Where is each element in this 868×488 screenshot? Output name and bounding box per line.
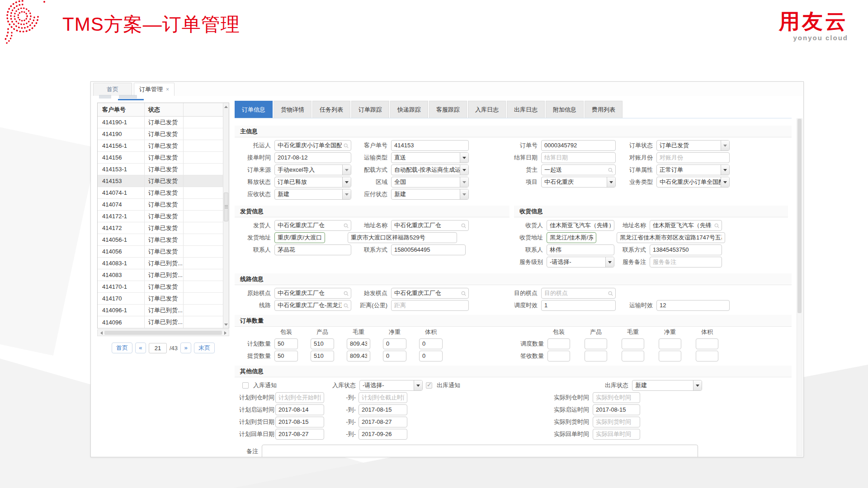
- list-vertical-scrollbar[interactable]: [223, 103, 229, 328]
- detail-tab-outbound-log[interactable]: 出库日志: [507, 101, 545, 118]
- recv-contact-way-field[interactable]: [650, 244, 722, 255]
- transport-type-select[interactable]: 直送: [391, 152, 469, 163]
- service-note-field[interactable]: [650, 257, 722, 267]
- sign-qty-product-field[interactable]: [585, 351, 607, 361]
- origin-node-field[interactable]: [274, 288, 351, 299]
- detail-tab-express-track[interactable]: 快递跟踪: [390, 101, 428, 118]
- list-item[interactable]: 414170订单已发货: [98, 293, 229, 305]
- tab-close-icon[interactable]: ×: [166, 86, 169, 93]
- list-item[interactable]: 414190订单已发货: [98, 128, 229, 140]
- plan-arrive-to-field[interactable]: [359, 417, 407, 427]
- list-item[interactable]: 414074-1订单已发货: [98, 187, 229, 199]
- detail-scrollbar-thumb[interactable]: [797, 119, 802, 313]
- list-item[interactable]: 414172订单已发货: [98, 222, 229, 234]
- shipper-field[interactable]: [274, 220, 351, 231]
- detail-tab-extra-info[interactable]: 附加信息: [546, 101, 584, 118]
- list-item[interactable]: 414156-1订单已发货: [98, 140, 229, 152]
- outbound-notice-checkbox[interactable]: [426, 382, 432, 389]
- list-item[interactable]: 414156订单已发货: [98, 152, 229, 164]
- owner-field[interactable]: [541, 164, 616, 175]
- pagination-first-button[interactable]: 首页: [112, 343, 132, 353]
- scroll-left-icon[interactable]: [98, 330, 104, 336]
- plan-arrive-wh-from-field[interactable]: [275, 392, 324, 403]
- pickup-qty-gross-field[interactable]: [347, 351, 370, 361]
- horizontal-scrollbar-thumb[interactable]: [104, 331, 222, 335]
- plan-qty-volume-field[interactable]: [419, 338, 443, 349]
- dispatch-qty-net-field[interactable]: [659, 338, 681, 349]
- plan-arrive-from-field[interactable]: [275, 417, 324, 427]
- receivable-status-select[interactable]: 新建: [274, 189, 351, 200]
- payable-status-select[interactable]: 新建: [391, 189, 469, 200]
- ship-contact-way-field[interactable]: [391, 244, 466, 255]
- customer-no-field[interactable]: [391, 140, 469, 151]
- list-item[interactable]: 414170-1订单已发货: [98, 281, 229, 293]
- column-header-status[interactable]: 状态: [145, 103, 184, 116]
- detail-tab-order-info[interactable]: 订单信息: [235, 101, 273, 118]
- column-header-customer-no[interactable]: 客户单号: [98, 103, 145, 116]
- receiver-field[interactable]: [547, 220, 614, 231]
- detail-tab-fee-list[interactable]: 费用列表: [585, 101, 623, 118]
- outbound-status-select[interactable]: 新建: [632, 380, 702, 391]
- recv-addr-detail-field[interactable]: [617, 232, 725, 243]
- plan-receipt-to-field[interactable]: [359, 429, 407, 440]
- list-item[interactable]: 414074订单已发货: [98, 199, 229, 211]
- business-type-select[interactable]: 中石化重庆小订单全国配送: [656, 177, 730, 188]
- ship-addr-detail-field[interactable]: [348, 232, 457, 243]
- dispatch-qty-volume-field[interactable]: [696, 338, 718, 349]
- sign-qty-gross-field[interactable]: [622, 351, 644, 361]
- plan-depart-to-field[interactable]: [359, 404, 407, 415]
- recv-addr-name-field[interactable]: [650, 220, 722, 231]
- pickup-qty-net-field[interactable]: [383, 351, 406, 361]
- receive-time-field[interactable]: [274, 152, 351, 163]
- inbound-status-select[interactable]: -请选择-: [359, 380, 423, 391]
- pagination-last-button[interactable]: 末页: [194, 343, 215, 353]
- recv-contact-field[interactable]: [547, 244, 614, 255]
- ship-contact-field[interactable]: [274, 244, 351, 255]
- pickup-qty-volume-field[interactable]: [419, 351, 443, 361]
- list-horizontal-scrollbar[interactable]: [97, 329, 229, 336]
- recv-addr-region-field[interactable]: [547, 232, 596, 243]
- list-item[interactable]: 414153-1订单已发货: [98, 164, 229, 175]
- detail-tab-order-track[interactable]: 订单跟踪: [351, 101, 389, 118]
- list-item[interactable]: 414083订单已到货...: [98, 269, 229, 281]
- service-level-select[interactable]: -请选择-: [547, 257, 614, 267]
- plan-qty-gross-field[interactable]: [347, 338, 370, 349]
- distance-field[interactable]: [391, 300, 469, 311]
- consignor-field[interactable]: [274, 140, 351, 151]
- detail-vertical-scrollbar[interactable]: [797, 118, 802, 456]
- detail-tab-task-list[interactable]: 任务列表: [312, 101, 350, 118]
- list-item[interactable]: 414083-1订单已到货...: [98, 258, 229, 269]
- bill-month-field[interactable]: [656, 152, 730, 163]
- actual-arrive-field[interactable]: [593, 417, 640, 427]
- plan-qty-net-field[interactable]: [383, 338, 406, 349]
- remark-textarea[interactable]: [262, 445, 698, 457]
- detail-tab-inbound-log[interactable]: 入库日志: [468, 101, 506, 118]
- pagination-prev-button[interactable]: «: [135, 343, 146, 353]
- release-status-select[interactable]: 订单已释放: [274, 177, 351, 188]
- order-source-select[interactable]: 手动excel导入: [274, 164, 351, 175]
- sign-qty-net-field[interactable]: [659, 351, 681, 361]
- project-select[interactable]: 中石化重庆: [541, 177, 616, 188]
- sign-qty-package-field[interactable]: [547, 351, 570, 361]
- pagination-next-button[interactable]: »: [180, 343, 191, 353]
- detail-tab-cargo-detail[interactable]: 货物详情: [274, 101, 311, 118]
- plan-qty-package-field[interactable]: [274, 338, 298, 349]
- order-attr-select[interactable]: 正常订单: [656, 164, 730, 175]
- sign-qty-volume-field[interactable]: [696, 351, 718, 361]
- list-item[interactable]: 414172-1订单已发货: [98, 211, 229, 222]
- actual-depart-field[interactable]: [593, 404, 640, 415]
- scroll-right-icon[interactable]: [222, 330, 229, 336]
- start-node-field[interactable]: [391, 288, 469, 299]
- actual-receipt-field[interactable]: [593, 429, 640, 440]
- scroll-up-icon[interactable]: [223, 103, 229, 109]
- order-status-select[interactable]: 订单已发货: [656, 140, 730, 151]
- plan-depart-from-field[interactable]: [275, 404, 324, 415]
- region-select[interactable]: 全国: [391, 177, 469, 188]
- dispatch-qty-gross-field[interactable]: [622, 338, 644, 349]
- plan-arrive-wh-to-field[interactable]: [359, 392, 407, 403]
- list-item[interactable]: 414190-1订单已发货: [98, 117, 229, 128]
- list-item[interactable]: 414153订单已发货: [98, 175, 229, 187]
- dispatch-aging-field[interactable]: [541, 300, 616, 311]
- list-item[interactable]: 414096订单已到货...: [98, 316, 229, 328]
- route-field[interactable]: [274, 300, 351, 311]
